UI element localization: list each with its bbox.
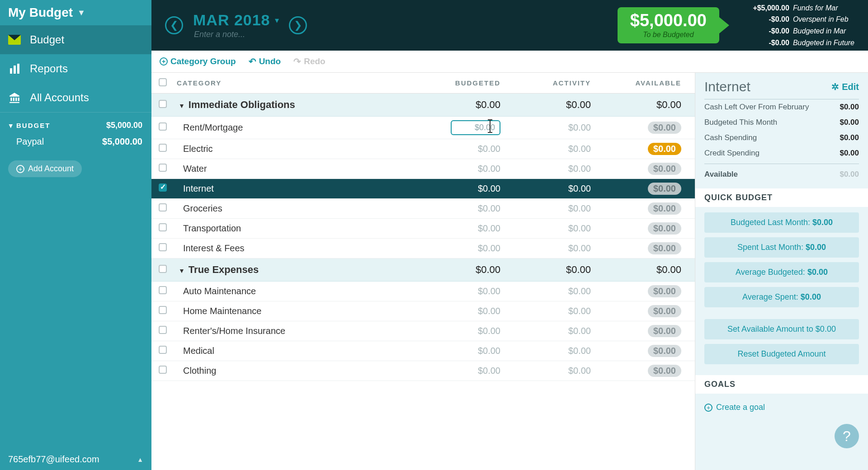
row-checkbox[interactable] [159, 346, 167, 354]
budgeted-cell[interactable]: $0.00 [416, 203, 507, 214]
available-pill[interactable]: $0.00 [648, 285, 681, 297]
row-checkbox[interactable] [159, 164, 167, 172]
row-checkbox[interactable] [159, 144, 167, 152]
budgeted-cell[interactable]: $0.00 [416, 286, 507, 296]
budgeted-cell[interactable]: $0.00 [416, 164, 507, 174]
group-name: True Expenses [189, 264, 259, 275]
row-checkbox[interactable] [159, 122, 167, 131]
category-row[interactable]: Electric $0.00 $0.00 $0.00 [151, 139, 695, 159]
available-pill[interactable]: $0.00 [648, 325, 681, 337]
budgeted-cell[interactable]: $0.00 [416, 306, 507, 316]
nav-budget[interactable]: Budget [0, 25, 151, 54]
category-row[interactable]: Transportation $0.00 $0.00 $0.00 [151, 219, 695, 239]
chevron-down-icon: ▾ [9, 122, 14, 130]
row-checkbox[interactable] [159, 326, 167, 334]
category-row[interactable]: Medical $0.00 $0.00 $0.00 [151, 341, 695, 361]
undo-button[interactable]: ↶ Undo [249, 56, 281, 67]
group-checkbox[interactable] [159, 100, 167, 108]
plus-circle-icon: + [704, 404, 712, 412]
qb-reset-budgeted[interactable]: Reset Budgeted Amount [704, 344, 859, 364]
category-name: Internet [177, 183, 416, 194]
activity-cell: $0.00 [507, 144, 597, 154]
available-pill[interactable]: $0.00 [648, 222, 681, 235]
group-name: Immediate Obligations [189, 99, 295, 110]
group-checkbox[interactable] [159, 265, 167, 273]
row-checkbox[interactable] [159, 223, 167, 231]
row-checkbox[interactable] [159, 366, 167, 374]
month-selector[interactable]: MAR 2018 ▾ [193, 11, 279, 29]
budgeted-cell[interactable]: $0.00 [416, 326, 507, 336]
account-name: Paypal [16, 136, 44, 147]
budgeted-cell[interactable]: $0.00 [416, 243, 507, 254]
available-pill[interactable]: $0.00 [648, 242, 681, 254]
nav-all-accounts[interactable]: All Accounts [0, 83, 151, 112]
nav-reports[interactable]: Reports [0, 54, 151, 83]
category-row[interactable]: Home Maintenance $0.00 $0.00 $0.00 [151, 301, 695, 321]
category-row[interactable]: Groceries $0.00 $0.00 $0.00 [151, 199, 695, 219]
available-pill[interactable]: $0.00 [648, 183, 681, 195]
user-menu[interactable]: 765efb77@uifeed.com ▲ [0, 449, 151, 470]
row-checkbox[interactable] [159, 243, 167, 251]
row-checkbox[interactable] [159, 203, 167, 212]
redo-button[interactable]: ↷ Redo [293, 56, 326, 67]
category-name: Water [177, 164, 416, 174]
available-pill[interactable]: $0.00 [648, 143, 681, 155]
budgeted-cell[interactable]: $0.00 [416, 346, 507, 356]
sidebar-budget-header[interactable]: ▾BUDGET $5,000.00 [0, 113, 151, 133]
plus-circle-icon: + [16, 165, 24, 173]
budgeted-cell[interactable]: $0.00 [416, 144, 507, 154]
category-row[interactable]: Clothing $0.00 $0.00 $0.00 [151, 361, 695, 381]
chevron-down-icon: ▾ [275, 15, 279, 25]
category-name: Groceries [177, 203, 416, 214]
category-row[interactable]: Renter's/Home Insurance $0.00 $0.00 $0.0… [151, 321, 695, 341]
edit-category-button[interactable]: ✲ Edit [831, 81, 859, 92]
category-group-row[interactable]: ▼True Expenses $0.00 $0.00 $0.00 [151, 258, 695, 282]
available-pill[interactable]: $0.00 [648, 345, 681, 357]
available-pill[interactable]: $0.00 [648, 305, 681, 317]
gear-icon: ✲ [831, 81, 839, 92]
activity-cell: $0.00 [507, 183, 597, 194]
budgeted-input[interactable] [451, 120, 500, 135]
budget-total: $5,000.00 [106, 121, 142, 130]
create-goal-link[interactable]: + Create a goal [704, 399, 859, 416]
budgeted-cell[interactable]: $0.00 [416, 366, 507, 376]
category-row[interactable]: Interest & Fees $0.00 $0.00 $0.00 [151, 239, 695, 258]
budgeted-cell[interactable]: $0.00 [416, 223, 507, 234]
help-button[interactable]: ? [835, 424, 859, 448]
category-row[interactable]: Rent/Mortgage $0.00 $0.00 [151, 117, 695, 139]
account-item-paypal[interactable]: Paypal $5,000.00 [0, 133, 151, 150]
row-checkbox[interactable] [159, 286, 167, 294]
prev-month-button[interactable]: ❮ [165, 16, 183, 34]
category-row[interactable]: Water $0.00 $0.00 $0.00 [151, 159, 695, 179]
category-name: Interest & Fees [177, 243, 416, 254]
qb-budgeted-last-month[interactable]: Budgeted Last Month: $0.00 [704, 212, 859, 233]
row-checkbox[interactable] [159, 306, 167, 314]
budget-name-dropdown[interactable]: My Budget ▼ [0, 0, 151, 25]
inspector-title: Internet [704, 79, 750, 94]
header: ❮ MAR 2018 ▾ Enter a note... ❯ $5,000.00… [151, 0, 868, 51]
bar-chart-icon [8, 62, 21, 75]
add-account-button[interactable]: + Add Account [8, 160, 82, 177]
select-all-checkbox[interactable] [159, 78, 167, 86]
note-input[interactable]: Enter a note... [194, 30, 279, 39]
available-pill[interactable]: $0.00 [648, 202, 681, 215]
activity-cell: $0.00 [507, 203, 597, 214]
activity-cell: $0.00 [507, 243, 597, 254]
qb-average-spent[interactable]: Average Spent: $0.00 [704, 287, 859, 307]
qb-spent-last-month[interactable]: Spent Last Month: $0.00 [704, 237, 859, 258]
category-row[interactable]: Auto Maintenance $0.00 $0.00 $0.00 [151, 282, 695, 301]
qb-set-available[interactable]: Set Available Amount to $0.00 [704, 319, 859, 339]
available-pill[interactable]: $0.00 [648, 163, 681, 175]
budgeted-cell[interactable]: $0.00 [416, 183, 507, 194]
to-be-budgeted: $5,000.00 To be Budgeted [618, 7, 719, 43]
qb-average-budgeted[interactable]: Average Budgeted: $0.00 [704, 262, 859, 282]
row-checkbox[interactable] [159, 183, 167, 192]
col-header-available: AVAILABLE [597, 79, 688, 87]
category-group-row[interactable]: ▼Immediate Obligations $0.00 $0.00 $0.00 [151, 94, 695, 117]
available-pill[interactable]: $0.00 [648, 365, 681, 377]
available-pill[interactable]: $0.00 [648, 122, 681, 134]
add-category-group-button[interactable]: + Category Group [160, 56, 236, 66]
next-month-button[interactable]: ❯ [289, 16, 307, 34]
category-row[interactable]: Internet $0.00 $0.00 $0.00 [151, 179, 695, 199]
inspector: Internet ✲ Edit Cash Left Over From Febr… [695, 73, 868, 470]
